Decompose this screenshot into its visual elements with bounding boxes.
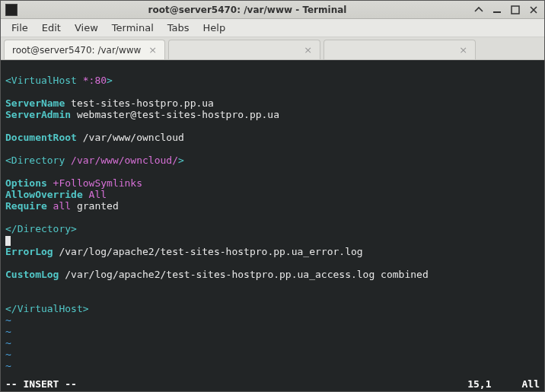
tab-1[interactable]: root@server5470: /var/www × xyxy=(4,40,165,59)
vim-tilde: ~ xyxy=(5,349,11,360)
options-key: Options xyxy=(5,177,47,189)
allowoverride-value: All xyxy=(83,189,107,200)
directory-path: /var/www/owncloud/ xyxy=(65,155,178,166)
app-icon xyxy=(5,4,18,16)
tabbar: root@server5470: /var/www × × × xyxy=(1,37,544,60)
window-controls xyxy=(473,4,540,16)
menu-view[interactable]: View xyxy=(69,21,104,35)
servername-value: test-sites-hostpro.pp.ua xyxy=(65,97,214,109)
directory-close: </Directory> xyxy=(5,223,77,234)
tab-2[interactable]: × xyxy=(168,40,320,59)
documentroot-value: /var/www/owncloud xyxy=(77,132,184,143)
require-key: Require xyxy=(5,200,47,212)
menu-file[interactable]: File xyxy=(5,21,34,35)
customlog-value: /var/log/apache2/test-sites-hostpro.pp.u… xyxy=(59,269,428,280)
vim-tilde: ~ xyxy=(5,326,11,337)
options-value: +FollowSymlinks xyxy=(47,177,142,189)
directory-open-close: > xyxy=(178,155,184,166)
require-v2: granted xyxy=(71,200,119,212)
vhost-open-close: > xyxy=(107,75,113,86)
vim-tilde: ~ xyxy=(5,360,11,371)
vim-tilde: ~ xyxy=(5,337,11,349)
tab-label: root@server5470: /var/www xyxy=(12,45,141,56)
serveradmin-value: webmaster@test-sites-hostpro.pp.ua xyxy=(71,109,279,120)
menu-edit[interactable]: Edit xyxy=(36,21,67,35)
cursor xyxy=(5,236,11,246)
close-button[interactable] xyxy=(527,4,540,16)
errorlog-key: ErrorLog xyxy=(5,246,53,257)
minimize-button[interactable] xyxy=(491,4,503,16)
menubar: File Edit View Terminal Tabs Help xyxy=(1,19,544,37)
menu-help[interactable]: Help xyxy=(197,21,232,35)
maximize-button[interactable] xyxy=(509,4,521,16)
require-v1: all xyxy=(47,200,71,212)
window-title: root@server5470: /var/www - Terminal xyxy=(22,5,473,15)
errorlog-value: /var/log/apache2/test-sites-hostpro.pp.u… xyxy=(53,246,363,257)
menu-terminal[interactable]: Terminal xyxy=(106,21,160,35)
terminal-window: root@server5470: /var/www - Terminal Fil… xyxy=(0,0,545,392)
vhost-port: *:80 xyxy=(77,75,107,86)
vhost-close: </VirtualHost> xyxy=(5,303,89,314)
close-icon[interactable]: × xyxy=(304,44,312,56)
svg-rect-0 xyxy=(493,11,501,13)
vim-mode: -- INSERT -- xyxy=(5,378,77,390)
menu-tabs[interactable]: Tabs xyxy=(161,21,196,35)
svg-rect-1 xyxy=(512,6,519,14)
allowoverride-key: AllowOverride xyxy=(5,189,83,200)
servername-key: ServerName xyxy=(5,97,65,109)
terminal-content[interactable]: <VirtualHost *:80> ServerName test-sites… xyxy=(1,60,544,391)
close-icon[interactable]: × xyxy=(148,44,157,56)
vim-scroll-position: All xyxy=(522,378,540,390)
vim-tilde: ~ xyxy=(5,314,11,326)
customlog-key: CustomLog xyxy=(5,269,59,280)
titlebar[interactable]: root@server5470: /var/www - Terminal xyxy=(1,1,544,19)
close-icon[interactable]: × xyxy=(459,44,467,56)
documentroot-key: DocumentRoot xyxy=(5,132,77,143)
vhost-open: <VirtualHost xyxy=(5,75,77,86)
directory-open: <Directory xyxy=(5,155,65,166)
rollup-button[interactable] xyxy=(473,4,485,16)
vim-status-line: -- INSERT -- 15,1 All xyxy=(5,378,540,390)
serveradmin-key: ServerAdmin xyxy=(5,109,71,120)
tab-3[interactable]: × xyxy=(323,40,476,59)
vim-cursor-position: 15,1 xyxy=(467,378,491,390)
